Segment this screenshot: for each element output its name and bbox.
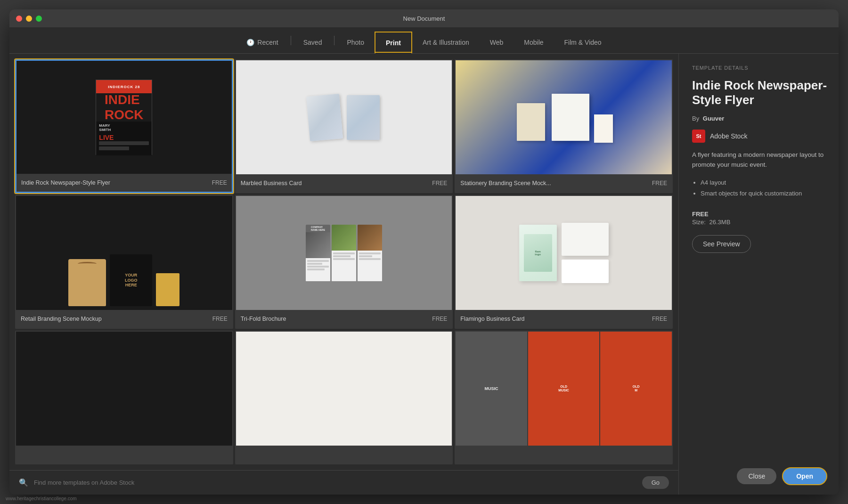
tab-photo[interactable]: Photo [336, 32, 375, 53]
template-card-light1[interactable] [235, 331, 453, 464]
card-name-retail: Retail Branding Scene Mockup [21, 316, 102, 322]
sidebar-by-label: By [692, 115, 699, 122]
template-card-indie-rock[interactable]: INDIEROCK 28 INDIEROCK MARYSMITH LIVE [15, 59, 233, 193]
template-card-marbled[interactable]: Marbled Business Card FREE [235, 59, 453, 193]
tab-active-underline [375, 52, 411, 53]
sidebar-free-label: FREE [692, 211, 827, 218]
template-card-dark1[interactable] [15, 331, 233, 464]
card-name-flamingo: Flamingo Business Card [460, 316, 524, 322]
sidebar-author-row: By Guuver [692, 115, 827, 122]
template-thumb-flamingo: flamingo [456, 196, 672, 310]
card-footer-trifold: Tri-Fold Brochure FREE [236, 310, 452, 328]
sidebar-size-value: 26.3MB [709, 219, 731, 226]
card-name-indie-rock: Indie Rock Newspaper-Style Flyer [21, 179, 110, 186]
search-icon: 🔍 [19, 478, 28, 487]
tab-mobile-label: Mobile [524, 39, 543, 46]
template-thumb-stationery [456, 60, 672, 174]
traffic-lights [16, 16, 42, 22]
go-button[interactable]: Go [642, 476, 669, 489]
main-content: INDIEROCK 28 INDIEROCK MARYSMITH LIVE [9, 54, 839, 495]
tab-separator-1 [291, 36, 291, 45]
close-traffic-light[interactable] [16, 16, 22, 22]
maximize-traffic-light[interactable] [36, 16, 42, 22]
tab-art-label: Art & Illustration [423, 39, 469, 46]
sidebar-actions: Close Open [692, 467, 827, 485]
sidebar-price: FREE Size: 26.3MB [692, 211, 827, 226]
sidebar-size-label: Size: [692, 219, 706, 226]
tab-separator-2 [334, 36, 334, 45]
template-card-retail[interactable]: YOURLOGOHERE Retail Branding Scene Mocku… [15, 195, 233, 329]
template-thumb-light1 [236, 332, 452, 446]
tab-recent[interactable]: 🕐 Recent [236, 32, 288, 53]
minimize-traffic-light[interactable] [26, 16, 32, 22]
adobe-stock-row: St Adobe Stock [692, 130, 827, 143]
tab-print[interactable]: Print [375, 32, 412, 53]
see-preview-button[interactable]: See Preview [692, 235, 751, 253]
tab-web[interactable]: Web [480, 32, 514, 53]
search-input[interactable] [34, 479, 636, 486]
template-card-stationery[interactable]: Stationery Branding Scene Mock... FREE [455, 59, 673, 193]
sidebar-bullet-1: A4 layout [701, 177, 827, 188]
sidebar-bullet-2: Smart objects for quick customization [701, 188, 827, 199]
card-footer-flamingo: Flamingo Business Card FREE [456, 310, 672, 328]
card-footer-indie-rock: Indie Rock Newspaper-Style Flyer FREE [16, 174, 232, 192]
tab-saved-label: Saved [303, 39, 322, 46]
card-badge-trifold: FREE [432, 316, 447, 322]
tab-saved[interactable]: Saved [293, 32, 333, 53]
card-badge-retail: FREE [212, 316, 228, 322]
card-name-marbled: Marbled Business Card [241, 180, 302, 187]
templates-area: INDIEROCK 28 INDIEROCK MARYSMITH LIVE [9, 54, 678, 495]
sidebar-author: Guuver [703, 115, 725, 122]
open-button[interactable]: Open [782, 467, 827, 485]
template-thumb-music: MUSIC OLDMUSIC OLDM [456, 332, 672, 446]
sidebar-section-label: TEMPLATE DETAILS [692, 65, 827, 71]
tab-web-label: Web [490, 39, 504, 46]
card-badge-flamingo: FREE [652, 316, 667, 322]
card-badge-indie-rock: FREE [212, 179, 227, 186]
clock-icon: 🕐 [246, 39, 254, 46]
tabs-bar: 🕐 Recent Saved Photo Print Art & Illustr… [9, 27, 839, 54]
window-title: New Document [403, 15, 445, 22]
adobe-stock-label: Adobe Stock [710, 132, 747, 140]
tab-recent-label: Recent [257, 39, 278, 46]
tab-photo-label: Photo [347, 39, 364, 46]
tab-mobile[interactable]: Mobile [514, 32, 554, 53]
template-thumb-marbled [236, 60, 452, 174]
template-thumb-indie-rock: INDIEROCK 28 INDIEROCK MARYSMITH LIVE [16, 61, 232, 174]
adobe-stock-badge: St [692, 130, 705, 143]
tab-print-label: Print [386, 39, 401, 47]
search-bar: 🔍 Go [9, 470, 678, 495]
sidebar: TEMPLATE DETAILS Indie Rock Newspaper-St… [678, 54, 839, 495]
template-card-flamingo[interactable]: flamingo Flamingo Business Card FREE [455, 195, 673, 329]
title-bar: New Document [9, 9, 839, 27]
card-footer-music [456, 446, 672, 463]
sidebar-title: Indie Rock Newspaper-Style Flyer [692, 78, 827, 107]
card-footer-marbled: Marbled Business Card FREE [236, 174, 452, 192]
template-thumb-trifold: COMPANYNAME HERE [236, 196, 452, 310]
template-card-trifold[interactable]: COMPANYNAME HERE [235, 195, 453, 329]
card-footer-light1 [236, 446, 452, 463]
card-badge-marbled: FREE [432, 180, 447, 187]
card-footer-stationery: Stationery Branding Scene Mock... FREE [456, 174, 672, 192]
template-card-music[interactable]: MUSIC OLDMUSIC OLDM [455, 331, 673, 464]
card-footer-dark1 [16, 446, 232, 463]
sidebar-size-row: Size: 26.3MB [692, 219, 827, 226]
card-name-stationery: Stationery Branding Scene Mock... [460, 180, 551, 187]
app-window: New Document 🕐 Recent Saved Photo Print … [9, 9, 839, 495]
template-thumb-dark1 [16, 332, 232, 446]
template-thumb-retail: YOURLOGOHERE [16, 196, 232, 310]
tab-film-label: Film & Video [564, 39, 602, 46]
card-footer-retail: Retail Branding Scene Mockup FREE [16, 310, 232, 328]
card-badge-stationery: FREE [652, 180, 667, 187]
card-name-trifold: Tri-Fold Brochure [241, 316, 286, 322]
sidebar-bullets: A4 layout Smart objects for quick custom… [701, 177, 827, 199]
sidebar-description: A flyer featuring a modern newspaper lay… [692, 150, 827, 170]
close-button[interactable]: Close [737, 468, 776, 484]
tab-film[interactable]: Film & Video [554, 32, 612, 53]
tab-art[interactable]: Art & Illustration [412, 32, 480, 53]
templates-grid: INDIEROCK 28 INDIEROCK MARYSMITH LIVE [9, 54, 678, 470]
